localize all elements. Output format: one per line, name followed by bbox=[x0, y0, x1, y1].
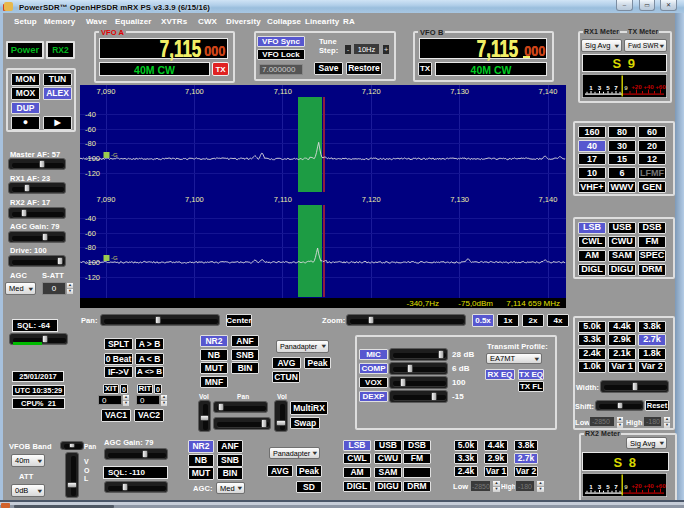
svg-text:-80: -80 bbox=[85, 243, 96, 252]
svg-text:7: 7 bbox=[614, 84, 618, 91]
svg-text:7,110: 7,110 bbox=[274, 87, 292, 96]
svg-text:+60: +60 bbox=[655, 482, 666, 489]
svg-text:-120: -120 bbox=[85, 273, 100, 282]
svg-text:9: 9 bbox=[624, 483, 628, 490]
svg-text:-G: -G bbox=[111, 152, 118, 158]
svg-text:1: 1 bbox=[589, 483, 593, 490]
svg-text:3: 3 bbox=[598, 483, 602, 490]
svg-text:7,090: 7,090 bbox=[97, 87, 116, 96]
svg-text:7: 7 bbox=[614, 483, 618, 490]
svg-text:7,114 659 MHz: 7,114 659 MHz bbox=[506, 299, 560, 308]
svg-text:7,110: 7,110 bbox=[274, 195, 292, 204]
svg-text:9: 9 bbox=[624, 84, 628, 91]
svg-text:+20: +20 bbox=[631, 482, 642, 489]
svg-text:7,120: 7,120 bbox=[362, 87, 381, 96]
svg-text:-40: -40 bbox=[85, 214, 96, 223]
svg-text:7,140: 7,140 bbox=[539, 195, 558, 204]
svg-text:+60: +60 bbox=[655, 83, 666, 90]
svg-text:7,130: 7,130 bbox=[450, 87, 469, 96]
svg-text:-G: -G bbox=[111, 255, 118, 261]
svg-text:-120: -120 bbox=[85, 169, 100, 178]
svg-text:7,130: 7,130 bbox=[450, 195, 469, 204]
svg-text:7,100: 7,100 bbox=[185, 87, 204, 96]
svg-text:+40: +40 bbox=[643, 83, 654, 90]
svg-text:7,100: 7,100 bbox=[185, 195, 204, 204]
svg-text:-40: -40 bbox=[85, 110, 96, 119]
svg-text:7,120: 7,120 bbox=[362, 195, 381, 204]
svg-text:1: 1 bbox=[589, 84, 593, 91]
svg-text:+20: +20 bbox=[631, 83, 642, 90]
svg-text:-60: -60 bbox=[85, 229, 96, 238]
svg-text:-75,0dBm: -75,0dBm bbox=[458, 299, 493, 308]
svg-text:5: 5 bbox=[606, 483, 610, 490]
svg-text:+40: +40 bbox=[643, 482, 654, 489]
svg-text:7,090: 7,090 bbox=[97, 195, 116, 204]
svg-text:3: 3 bbox=[598, 84, 602, 91]
svg-text:5: 5 bbox=[606, 84, 610, 91]
svg-text:-80: -80 bbox=[85, 139, 96, 148]
svg-text:7,140: 7,140 bbox=[539, 87, 558, 96]
svg-text:-60: -60 bbox=[85, 125, 96, 134]
svg-text:-340,7Hz: -340,7Hz bbox=[407, 299, 439, 308]
